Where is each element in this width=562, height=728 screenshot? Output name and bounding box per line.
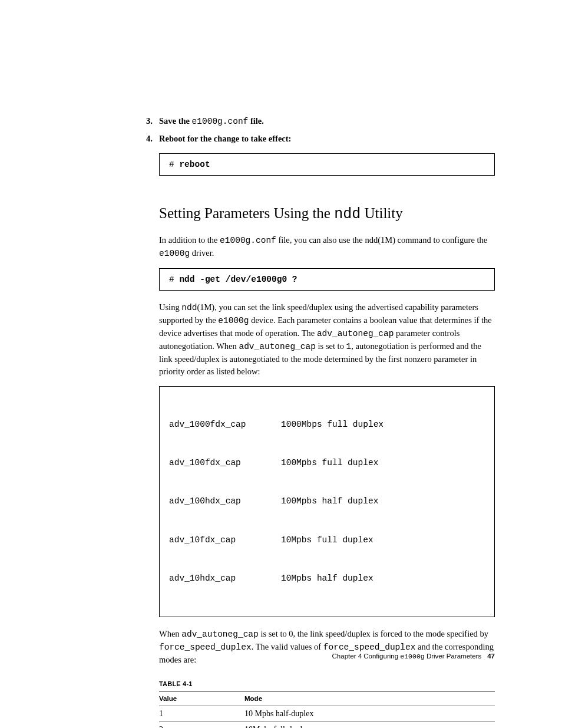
cell-mode: 10Mpbs full-duplex bbox=[244, 722, 495, 728]
param-row: adv_100hdx_cap100Mpbs half duplex bbox=[169, 495, 485, 508]
inline-code: adv_autoneg_cap bbox=[239, 342, 316, 351]
text: Using bbox=[159, 302, 181, 312]
param-name: adv_10fdx_cap bbox=[169, 534, 281, 547]
codebox-reboot: # reboot bbox=[159, 153, 495, 176]
page-number: 47 bbox=[487, 653, 495, 660]
param-desc: 10Mpbs full duplex bbox=[281, 534, 373, 547]
step-text-pre: Save the bbox=[159, 116, 192, 126]
table-label: TABLE 4-1 bbox=[159, 680, 495, 687]
paragraph-1: In addition to the e1000g.conf file, you… bbox=[159, 234, 495, 260]
text: When bbox=[159, 629, 181, 638]
param-desc: 1000Mbps full duplex bbox=[281, 419, 384, 431]
param-desc: 100Mpbs full duplex bbox=[281, 457, 378, 470]
step-text: Reboot for the change to take effect: bbox=[159, 134, 291, 143]
step-code: e1000g.conf bbox=[192, 117, 249, 126]
text: In addition to the bbox=[159, 235, 220, 245]
cell-value: 1 bbox=[159, 706, 244, 722]
text: . The valid values of bbox=[252, 642, 323, 651]
param-desc: 10Mpbs half duplex bbox=[281, 572, 373, 585]
inline-code: adv_autoneg_cap bbox=[317, 329, 394, 338]
inline-code: e1000g.conf bbox=[220, 236, 276, 245]
paragraph-3: When adv_autoneg_cap is set to 0, the li… bbox=[159, 628, 495, 666]
step-3: 3. Save the e1000g.conf file. bbox=[159, 115, 495, 128]
cell-value: 2 bbox=[159, 722, 244, 728]
table-header-row: Value Mode bbox=[159, 691, 495, 706]
param-name: adv_10hdx_cap bbox=[169, 572, 281, 585]
section-heading: Setting Parameters Using the ndd Utility bbox=[159, 204, 495, 223]
param-row: adv_10fdx_cap10Mpbs full duplex bbox=[169, 534, 485, 547]
modes-table: Value Mode 1 10 Mpbs half-duplex 2 10Mpb… bbox=[159, 691, 495, 728]
paragraph-2: Using ndd(1M), you can set the link spee… bbox=[159, 301, 495, 378]
heading-post: Utility bbox=[361, 205, 403, 221]
step-4: 4. Reboot for the change to take effect: bbox=[159, 133, 495, 145]
cell-mode: 10 Mpbs half-duplex bbox=[244, 706, 495, 722]
param-name: adv_100fdx_cap bbox=[169, 457, 281, 470]
text: is set to bbox=[316, 341, 346, 351]
inline-code: e1000g bbox=[159, 249, 190, 258]
inline-code: ndd bbox=[181, 303, 197, 312]
codebox-params: adv_1000fdx_cap1000Mbps full duplex adv_… bbox=[159, 386, 495, 617]
param-name: adv_1000fdx_cap bbox=[169, 419, 281, 431]
table-row: 1 10 Mpbs half-duplex bbox=[159, 706, 495, 722]
heading-pre: Setting Parameters Using the bbox=[159, 205, 334, 221]
text: driver. bbox=[190, 248, 214, 258]
inline-code: 1 bbox=[346, 342, 352, 351]
page-content: 3. Save the e1000g.conf file. 4. Reboot … bbox=[159, 115, 495, 728]
inline-code: adv_autoneg_cap bbox=[181, 630, 259, 639]
footer-text: Driver Parameters bbox=[425, 653, 482, 660]
param-desc: 100Mpbs half duplex bbox=[281, 495, 378, 508]
footer-code: e1000g bbox=[400, 653, 424, 660]
text: is set to 0, the link speed/duplex is fo… bbox=[259, 629, 488, 638]
inline-code: force_speed_duplex bbox=[159, 643, 252, 652]
inline-code: force_speed_duplex bbox=[323, 643, 416, 652]
codebox-ndd: # ndd -get /dev/e1000g0 ? bbox=[159, 268, 495, 291]
page-footer: Chapter 4 Configuring e1000g Driver Para… bbox=[0, 653, 495, 660]
param-row: adv_1000fdx_cap1000Mbps full duplex bbox=[169, 419, 485, 431]
prompt: # bbox=[169, 275, 179, 284]
table-row: 2 10Mpbs full-duplex bbox=[159, 722, 495, 728]
heading-code: ndd bbox=[334, 206, 361, 223]
inline-code: e1000g bbox=[218, 316, 249, 325]
table-header-value: Value bbox=[159, 691, 244, 706]
param-row: adv_100fdx_cap100Mpbs full duplex bbox=[169, 457, 485, 470]
param-name: adv_100hdx_cap bbox=[169, 495, 281, 508]
table-header-mode: Mode bbox=[244, 691, 495, 706]
step-number: 4. bbox=[146, 133, 153, 145]
param-row: adv_10hdx_cap10Mpbs half duplex bbox=[169, 572, 485, 585]
step-number: 3. bbox=[146, 115, 153, 127]
step-text-post: file. bbox=[248, 116, 264, 126]
footer-text: Chapter 4 Configuring bbox=[332, 653, 401, 660]
prompt: # bbox=[169, 160, 179, 169]
text: file, you can also use the ndd(1M) comma… bbox=[276, 235, 487, 245]
command: reboot bbox=[179, 160, 210, 169]
command: ndd -get /dev/e1000g0 ? bbox=[179, 275, 297, 284]
